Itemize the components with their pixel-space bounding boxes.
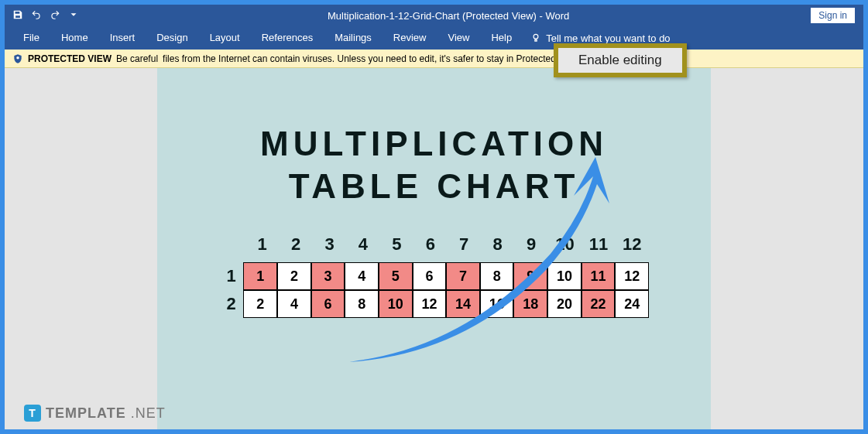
quick-access-toolbar [5, 9, 87, 22]
title-bar: Multiplication-1-12-Grid-Chart (Protecte… [5, 5, 863, 26]
shield-icon [12, 53, 23, 64]
tab-home[interactable]: Home [50, 26, 99, 50]
tab-help[interactable]: Help [480, 26, 523, 50]
signin-button[interactable]: Sign in [810, 7, 856, 24]
table-cell: 2 [277, 262, 311, 290]
column-header: 1 [245, 234, 279, 255]
tell-me-label: Tell me what you want to do [546, 32, 670, 44]
column-header: 6 [413, 234, 447, 255]
table-cell: 1 [243, 262, 277, 290]
logo-text: TEMPLATE [46, 405, 126, 422]
window-title: Multiplication-1-12-Grid-Chart (Protecte… [87, 10, 810, 22]
column-header: 10 [548, 234, 582, 255]
tab-file[interactable]: File [12, 26, 50, 50]
tab-insert[interactable]: Insert [99, 26, 146, 50]
title-line-1: MULTIPLICATION [157, 122, 711, 165]
table-cell: 4 [345, 262, 379, 290]
document-title: MULTIPLICATION TABLE CHART [157, 122, 711, 207]
column-header: 8 [481, 234, 514, 255]
table-cell: 10 [547, 262, 582, 290]
protected-label: PROTECTED VIEW [28, 53, 112, 64]
svg-point-1 [16, 56, 19, 60]
tab-review[interactable]: Review [383, 26, 437, 50]
tab-view[interactable]: View [437, 26, 480, 50]
table-cell: 7 [446, 262, 480, 290]
column-header: 11 [582, 234, 615, 255]
tab-layout[interactable]: Layout [199, 26, 251, 50]
table-cell: 10 [379, 290, 413, 318]
table-cell: 9 [513, 262, 547, 290]
multiplication-table: 123456789101112 112345678910111222468101… [157, 234, 711, 318]
tab-design[interactable]: Design [146, 26, 198, 50]
column-header: 4 [346, 234, 379, 255]
table-cell: 22 [582, 290, 616, 318]
table-cell: 12 [615, 262, 649, 290]
table-cell: 20 [547, 290, 582, 318]
table-cell: 6 [311, 290, 345, 318]
title-line-2: TABLE CHART [157, 165, 711, 207]
logo-icon: T [24, 405, 41, 422]
table-cell: 6 [413, 262, 447, 290]
lightbulb-icon [530, 32, 541, 43]
column-header: 5 [380, 234, 413, 255]
column-header: 7 [448, 234, 481, 255]
table-cell: 3 [311, 262, 345, 290]
table-row: 1123456789101112 [219, 262, 649, 290]
table-row: 224681012141618202224 [219, 290, 649, 318]
enable-editing-button[interactable]: Enable editing [554, 43, 687, 77]
table-rows: 1123456789101112224681012141618202224 [219, 262, 649, 318]
tell-me-search[interactable]: Tell me what you want to do [523, 32, 670, 44]
row-label: 2 [219, 294, 243, 314]
table-cell: 8 [345, 290, 379, 318]
table-cell: 4 [277, 290, 311, 318]
tab-mailings[interactable]: Mailings [324, 26, 383, 50]
document-viewport[interactable]: MULTIPLICATION TABLE CHART 1234567891011… [5, 68, 863, 429]
column-header: 12 [616, 234, 649, 255]
logo-suffix: .NET [131, 405, 166, 422]
column-header: 2 [279, 234, 312, 255]
protected-msg1: Be careful [116, 53, 158, 64]
table-cell: 14 [446, 290, 480, 318]
table-cell: 8 [480, 262, 514, 290]
chevron-down-icon[interactable] [68, 9, 79, 22]
undo-icon[interactable] [31, 9, 42, 22]
redo-icon[interactable] [50, 9, 60, 22]
protected-view-bar: PROTECTED VIEW Be careful files from the… [5, 50, 863, 68]
template-net-logo: T TEMPLATE.NET [24, 405, 166, 422]
document-page: MULTIPLICATION TABLE CHART 1234567891011… [157, 68, 711, 429]
tab-references[interactable]: References [251, 26, 324, 50]
ribbon-tabs: File Home Insert Design Layout Reference… [5, 26, 863, 50]
column-header: 3 [313, 234, 346, 255]
svg-point-0 [533, 34, 538, 39]
save-icon[interactable] [12, 9, 23, 22]
table-cell: 12 [413, 290, 447, 318]
table-cell: 18 [513, 290, 547, 318]
table-cell: 11 [582, 262, 616, 290]
table-cell: 5 [379, 262, 413, 290]
app-frame: Multiplication-1-12-Grid-Chart (Protecte… [4, 4, 864, 430]
protected-msg2: files from the Internet can contain viru… [163, 53, 581, 64]
row-label: 1 [219, 266, 243, 286]
table-cell: 16 [480, 290, 514, 318]
table-cell: 2 [243, 290, 277, 318]
column-header: 9 [514, 234, 547, 255]
column-headers: 123456789101112 [245, 234, 649, 255]
table-cell: 24 [615, 290, 649, 318]
